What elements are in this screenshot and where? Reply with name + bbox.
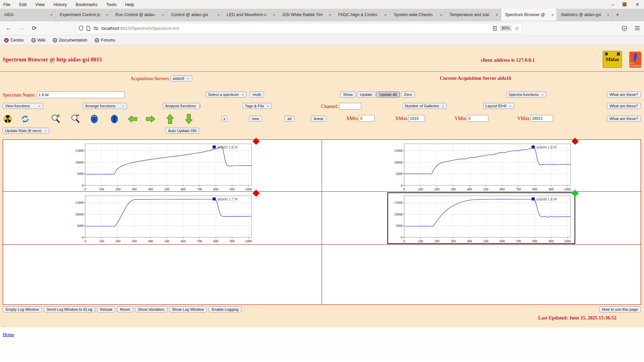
tab-close-icon[interactable]: × bbox=[106, 12, 108, 17]
permissions-icon[interactable] bbox=[93, 26, 99, 30]
gallery-cell-aida04[interactable]: 0100200300400500600700800900100005000100… bbox=[322, 140, 641, 191]
zoom-in-icon[interactable] bbox=[50, 114, 60, 124]
tab-close-icon[interactable]: × bbox=[50, 12, 53, 17]
bookmark-star-icon[interactable]: ☆ bbox=[515, 25, 519, 32]
select-spectrum-dropdown[interactable]: Select a spectrum bbox=[206, 92, 247, 98]
radiation-icon[interactable] bbox=[3, 114, 13, 124]
what-are-these-button[interactable]: What are these? bbox=[607, 92, 641, 98]
hamburger-menu-icon[interactable] bbox=[635, 26, 640, 31]
layout-id-dropdown[interactable]: Layout ID=8 bbox=[483, 103, 514, 109]
how-to-use-button[interactable]: How to use this page bbox=[599, 306, 641, 312]
reset-button[interactable]: Reset bbox=[117, 306, 133, 312]
arrange-functions-dropdown[interactable]: Arrange functions bbox=[83, 103, 127, 109]
tab-system-checks[interactable]: System wide Checks× bbox=[390, 9, 445, 21]
xmax-input[interactable] bbox=[408, 115, 425, 122]
tab-aida[interactable]: AIDA× bbox=[0, 9, 56, 21]
shift-down-icon[interactable] bbox=[184, 114, 194, 124]
menu-tools[interactable]: Tools bbox=[106, 2, 116, 7]
maximize-button[interactable] bbox=[623, 2, 627, 6]
tab-led-waveform[interactable]: LED and Waveform c× bbox=[223, 9, 278, 21]
collapse-y-icon[interactable] bbox=[89, 114, 99, 124]
all-button[interactable]: all bbox=[284, 116, 294, 122]
tab-close-icon[interactable]: × bbox=[607, 12, 609, 17]
spectrum-chart-aida04[interactable]: 0100200300400500600700800900100005000100… bbox=[388, 141, 575, 191]
zero-button[interactable]: Zero bbox=[401, 92, 415, 98]
tags-fits-dropdown[interactable]: Tags & Fits bbox=[243, 103, 272, 109]
url-bar[interactable]: localhost:8015/Spectrum/Spectrum.tml 80%… bbox=[76, 23, 522, 34]
url-text[interactable]: localhost:8015/Spectrum/Spectrum.tml bbox=[101, 26, 490, 31]
empty-log-window-button[interactable]: Empty Log Window bbox=[3, 306, 42, 312]
update-rate-dropdown[interactable]: Update Rate (8 secs) bbox=[3, 128, 49, 134]
tab-close-icon[interactable]: × bbox=[328, 12, 331, 17]
tab-close-icon[interactable]: × bbox=[440, 12, 442, 17]
refresh-icon[interactable] bbox=[20, 114, 30, 124]
update-all-button[interactable]: Update All bbox=[376, 92, 400, 98]
number-of-galleries-dropdown[interactable]: Number of Galleries bbox=[402, 103, 447, 109]
zoom-out-icon[interactable] bbox=[70, 114, 80, 124]
ymin-input[interactable] bbox=[467, 115, 488, 122]
menu-file[interactable]: File bbox=[3, 2, 10, 7]
tab-fadc-align[interactable]: FADC Align & Contro× bbox=[334, 9, 390, 21]
menu-view[interactable]: View bbox=[35, 2, 45, 7]
update-button[interactable]: Update bbox=[357, 92, 375, 98]
new-tab-button[interactable]: + bbox=[612, 9, 623, 21]
spectra-functions-dropdown[interactable]: Spectra functions bbox=[506, 92, 546, 98]
shift-right-icon[interactable] bbox=[146, 114, 156, 124]
spectrum-chart-aida08[interactable]: 0100200300400500600700800900100005000100… bbox=[388, 193, 575, 243]
tab-experiment-control[interactable]: Experiment Control (c× bbox=[56, 9, 111, 21]
bookmark-wiki[interactable]: Wiki bbox=[31, 38, 46, 43]
menu-edit[interactable]: Edit bbox=[19, 2, 26, 7]
back-icon[interactable]: ← bbox=[4, 25, 13, 32]
new-button[interactable]: new bbox=[249, 116, 262, 122]
zoom-level-badge[interactable]: 80% bbox=[500, 25, 512, 31]
tcl-logo[interactable]: TCL POWERED bbox=[629, 52, 641, 68]
acquisition-server-select[interactable]: aida16 bbox=[170, 75, 192, 81]
minimize-button[interactable]: – bbox=[611, 2, 614, 7]
spectrum-chart-aida06[interactable]: 0100200300400500600700800900100005000100… bbox=[69, 193, 256, 243]
x-axis-button[interactable]: x bbox=[221, 116, 227, 122]
analysis-functions-dropdown[interactable]: Analysis functions bbox=[163, 103, 200, 109]
gallery-cell-aida02[interactable]: 0100200300400500600700800900100005000100… bbox=[3, 140, 322, 191]
menu-history[interactable]: History bbox=[53, 2, 67, 7]
midas-logo[interactable]: Midas bbox=[603, 51, 622, 68]
tab-control[interactable]: Control @ aidas-gsi× bbox=[167, 9, 223, 21]
shift-left-icon[interactable] bbox=[127, 114, 138, 124]
multi-button[interactable]: multi bbox=[250, 92, 264, 98]
ymax-input[interactable] bbox=[530, 115, 553, 122]
send-log-window-button[interactable]: Send Log Window to ELog bbox=[44, 306, 95, 312]
tab-temperature[interactable]: Temperature and stat× bbox=[445, 9, 501, 21]
reload-button[interactable]: Reload bbox=[97, 306, 115, 312]
bookmark-centos[interactable]: Centos bbox=[4, 38, 24, 43]
show-log-window-button[interactable]: Show Log Window bbox=[169, 306, 207, 312]
page-icon[interactable] bbox=[86, 26, 91, 31]
show-button[interactable]: Show bbox=[340, 92, 356, 98]
bookmark-documentation[interactable]: Documentation bbox=[53, 38, 87, 43]
tab-white-rabbit[interactable]: GSI White Rabbit Tim× bbox=[278, 9, 334, 21]
protections-shield-icon[interactable] bbox=[622, 25, 627, 31]
channel-input[interactable] bbox=[339, 103, 361, 110]
tab-close-icon[interactable]: × bbox=[495, 12, 498, 17]
tab-close-icon[interactable]: × bbox=[161, 12, 164, 17]
bookmark-forums[interactable]: Forums bbox=[95, 38, 115, 43]
tab-run-control[interactable]: Run Control @ aidas-× bbox=[111, 9, 167, 21]
spectrum-name-input[interactable] bbox=[37, 92, 125, 98]
gallery-cell-aida08[interactable]: 0100200300400500600700800900100005000100… bbox=[322, 192, 641, 244]
expand-y-icon[interactable] bbox=[109, 114, 119, 124]
enable-logging-button[interactable]: Enable Logging bbox=[209, 306, 241, 312]
home-link[interactable]: Home bbox=[3, 332, 14, 338]
auto-update-button[interactable]: Auto Update ON bbox=[165, 128, 199, 134]
shield-icon[interactable] bbox=[78, 25, 84, 31]
view-functions-dropdown[interactable]: View functions bbox=[3, 103, 43, 109]
xmin-input[interactable] bbox=[359, 115, 375, 122]
what-are-these-button[interactable]: What are these? bbox=[607, 103, 641, 109]
tab-statistics[interactable]: Statistics @ aidas-gsi× bbox=[557, 9, 612, 21]
spectrum-chart-aida02[interactable]: 0100200300400500600700800900100005000100… bbox=[69, 141, 256, 191]
menu-bookmarks[interactable]: Bookmarks bbox=[76, 2, 98, 7]
tab-close-icon[interactable]: × bbox=[273, 12, 275, 17]
shift-up-icon[interactable] bbox=[165, 114, 175, 124]
show-variables-button[interactable]: Show Variables bbox=[135, 306, 167, 312]
tab-spectrum-browser-active[interactable]: Spectrum Browser @× bbox=[501, 9, 557, 21]
tab-close-icon[interactable]: × bbox=[384, 12, 387, 17]
gallery-cell-aida06[interactable]: 0100200300400500600700800900100005000100… bbox=[3, 192, 322, 244]
close-window-button[interactable]: ✕ bbox=[635, 2, 639, 7]
